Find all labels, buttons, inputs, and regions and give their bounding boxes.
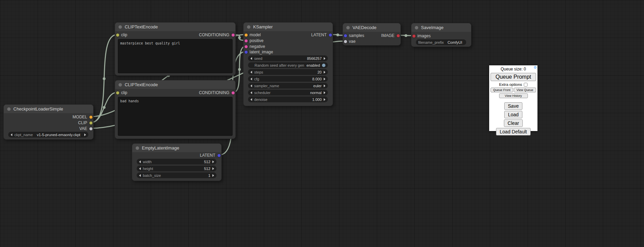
- latent-port-dot[interactable]: [329, 34, 332, 37]
- queue-size-label: Queue size: 0: [489, 65, 537, 72]
- prompt-textarea[interactable]: masterpiece best quality girl: [118, 39, 233, 73]
- load-default-button[interactable]: Load Default: [496, 128, 531, 135]
- image-port-dot[interactable]: [397, 34, 400, 37]
- increment-arrow-icon[interactable]: [324, 78, 325, 80]
- node-title-bar[interactable]: CLIPTextEncode: [115, 80, 235, 89]
- output-latent: LATENT: [200, 153, 220, 158]
- conditioning-port-dot[interactable]: [245, 39, 248, 42]
- increment-arrow-icon[interactable]: [212, 174, 214, 177]
- node-vaedecode[interactable]: VAEDecode samples vae IMAGE: [343, 23, 401, 46]
- model-port-dot[interactable]: [245, 34, 248, 37]
- vae-port-dot[interactable]: [344, 40, 347, 43]
- node-title-bar[interactable]: CheckpointLoaderSimple: [4, 105, 93, 113]
- widget-width[interactable]: width 512: [137, 159, 216, 165]
- latent-port-dot[interactable]: [218, 154, 221, 157]
- prev-option-arrow-icon[interactable]: [11, 133, 12, 136]
- latent-port-dot[interactable]: [344, 34, 347, 37]
- widget-label: seed: [254, 56, 262, 61]
- collapse-dot-icon[interactable]: [415, 26, 418, 29]
- node-graph-canvas[interactable]: CheckpointLoaderSimple MODEL CLIP VAE ck…: [0, 0, 644, 247]
- widget-steps[interactable]: steps 20: [248, 69, 328, 75]
- widget-random-seed-toggle[interactable]: Random seed after every gen enabled: [248, 62, 328, 68]
- next-option-arrow-icon[interactable]: [84, 133, 86, 136]
- increment-arrow-icon[interactable]: [324, 98, 325, 101]
- node-emptylatentimage[interactable]: EmptyLatentImage LATENT width 512 height…: [132, 143, 222, 181]
- widget-denoise[interactable]: denoise 1.000: [248, 96, 328, 102]
- queue-front-button[interactable]: Queue Front: [491, 88, 513, 92]
- next-option-arrow-icon[interactable]: [324, 91, 325, 94]
- collapse-dot-icon[interactable]: [7, 107, 11, 111]
- vae-port-dot[interactable]: [89, 127, 92, 130]
- image-port-dot[interactable]: [412, 35, 416, 38]
- increment-arrow-icon[interactable]: [324, 57, 325, 60]
- widget-label: filename_prefix: [418, 40, 444, 44]
- decrement-arrow-icon[interactable]: [139, 174, 141, 177]
- node-checkpointloadersimple[interactable]: CheckpointLoaderSimple MODEL CLIP VAE ck…: [3, 104, 94, 140]
- widget-label: width: [143, 160, 152, 164]
- node-title-bar[interactable]: VAEDecode: [343, 23, 400, 32]
- widget-seed[interactable]: seed 8566257: [248, 55, 328, 61]
- widget-cfg[interactable]: cfg 8.000: [248, 76, 328, 82]
- node-saveimage[interactable]: SaveImage images filename_prefix ComfyUI: [411, 23, 471, 47]
- decrement-arrow-icon[interactable]: [250, 57, 252, 60]
- settings-gear-icon[interactable]: ⚙: [533, 66, 537, 69]
- node-title: CLIPTextEncode: [125, 24, 158, 29]
- widget-value: 512: [204, 160, 210, 164]
- conditioning-port-dot[interactable]: [245, 45, 248, 48]
- link-midpoint-dot: [336, 34, 339, 36]
- extra-options-checkbox[interactable]: [524, 83, 528, 87]
- collapse-dot-icon[interactable]: [247, 25, 250, 29]
- node-title: KSampler: [253, 24, 273, 29]
- next-option-arrow-icon[interactable]: [324, 84, 325, 87]
- wire-clip-to-positive-encode: [91, 35, 117, 122]
- decrement-arrow-icon[interactable]: [250, 71, 252, 74]
- load-button[interactable]: Load: [504, 111, 522, 118]
- input-clip: clip: [116, 32, 127, 37]
- widget-value: 20: [318, 70, 322, 74]
- decrement-arrow-icon[interactable]: [250, 98, 252, 101]
- widget-sampler-name[interactable]: sampler_name euler: [248, 83, 328, 89]
- collapse-dot-icon[interactable]: [136, 146, 139, 150]
- node-title-bar[interactable]: CLIPTextEncode: [115, 23, 235, 31]
- node-cliptextencode-positive[interactable]: CLIPTextEncode clip CONDITIONING masterp…: [115, 22, 236, 76]
- increment-arrow-icon[interactable]: [212, 160, 214, 163]
- increment-arrow-icon[interactable]: [324, 71, 325, 74]
- prompt-textarea[interactable]: bad hands: [118, 97, 233, 136]
- clip-port-dot[interactable]: [116, 34, 119, 37]
- link-midpoint-dot: [238, 68, 241, 71]
- prev-option-arrow-icon[interactable]: [250, 84, 252, 87]
- widget-batch-size[interactable]: batch_size 1: [137, 172, 216, 178]
- increment-arrow-icon[interactable]: [212, 167, 214, 170]
- model-port-dot[interactable]: [89, 116, 92, 119]
- widget-height[interactable]: height 512: [137, 166, 216, 171]
- widget-scheduler[interactable]: scheduler normal: [248, 90, 328, 95]
- conditioning-port-dot[interactable]: [232, 91, 235, 94]
- clear-button[interactable]: Clear: [504, 119, 523, 127]
- prev-option-arrow-icon[interactable]: [250, 91, 252, 94]
- node-title-bar[interactable]: SaveImage: [411, 23, 471, 32]
- decrement-arrow-icon[interactable]: [250, 78, 252, 80]
- input-latent-image: latent_image: [245, 50, 273, 54]
- decrement-arrow-icon[interactable]: [139, 160, 141, 163]
- node-title-bar[interactable]: KSampler: [244, 23, 333, 31]
- output-vae: VAE: [79, 126, 92, 131]
- collapse-dot-icon[interactable]: [119, 83, 122, 87]
- conditioning-port-dot[interactable]: [232, 34, 235, 37]
- input-vae: vae: [344, 39, 356, 44]
- decrement-arrow-icon[interactable]: [139, 167, 141, 170]
- node-ksampler[interactable]: KSampler model positive negative latent_…: [243, 22, 333, 106]
- widget-ckpt-name[interactable]: ckpt_name v1-5-pruned-emaonly.ckpt: [8, 132, 88, 138]
- save-button[interactable]: Save: [504, 102, 523, 110]
- view-queue-button[interactable]: View Queue: [514, 88, 536, 92]
- toggle-indicator-icon[interactable]: [322, 64, 325, 67]
- latent-port-dot[interactable]: [245, 51, 248, 54]
- widget-filename-prefix[interactable]: filename_prefix ComfyUI: [416, 39, 466, 45]
- node-cliptextencode-negative[interactable]: CLIPTextEncode clip CONDITIONING bad han…: [115, 80, 236, 139]
- collapse-dot-icon[interactable]: [346, 26, 350, 29]
- view-history-button[interactable]: View History: [499, 93, 528, 98]
- clip-port-dot[interactable]: [89, 121, 92, 125]
- collapse-dot-icon[interactable]: [119, 25, 122, 29]
- queue-prompt-button[interactable]: Queue Prompt: [491, 73, 536, 81]
- node-title-bar[interactable]: EmptyLatentImage: [132, 144, 221, 152]
- clip-port-dot[interactable]: [116, 91, 119, 94]
